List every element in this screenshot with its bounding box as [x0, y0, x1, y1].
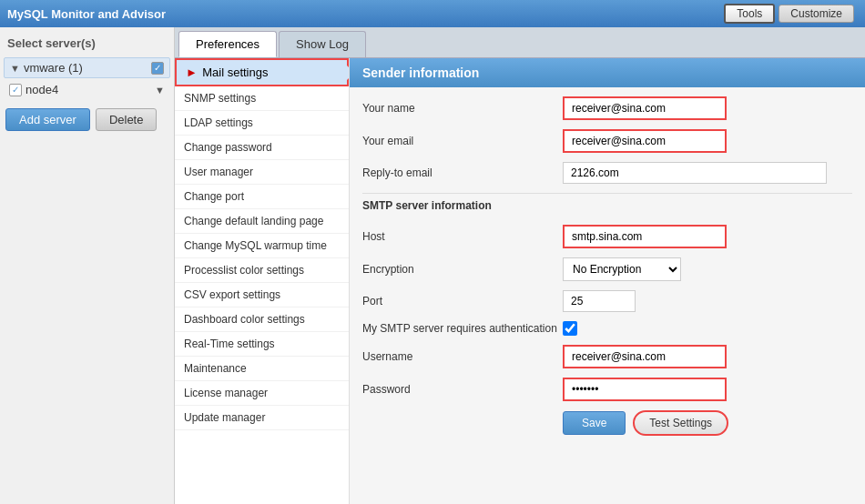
menu-item-license[interactable]: License manager	[175, 381, 349, 406]
reply-to-input[interactable]	[563, 162, 827, 184]
your-name-input[interactable]	[563, 96, 727, 120]
menu-panel: ► Mail settings SNMP settings LDAP setti…	[175, 58, 350, 504]
port-row: Port	[362, 290, 852, 312]
your-email-input[interactable]	[563, 129, 727, 153]
your-name-row: Your name	[362, 96, 852, 120]
encryption-row: Encryption No Encryption SSL TLS	[362, 257, 852, 281]
auth-row: My SMTP server requires authentication	[362, 321, 852, 336]
password-label: Password	[362, 383, 563, 396]
main-area: Preferences Show Log ► Mail settings SNM…	[175, 27, 865, 504]
add-server-button[interactable]: Add server	[5, 108, 90, 131]
server-checkbox-vmware[interactable]: ✓	[151, 62, 164, 75]
tab-preferences[interactable]: Preferences	[178, 31, 277, 57]
content-area: ► Mail settings SNMP settings LDAP setti…	[175, 58, 865, 504]
action-buttons-row: Save Test Settings	[362, 410, 852, 436]
menu-item-processlist-color[interactable]: Processlist color settings	[175, 258, 349, 283]
host-label: Host	[362, 230, 563, 243]
menu-item-dashboard-color[interactable]: Dashboard color settings	[175, 307, 349, 332]
sender-form-body: Your name Your email Reply-to email	[350, 87, 865, 454]
smtp-section-label: SMTP server information	[362, 193, 852, 217]
expand-arrow-icon: ▼	[155, 85, 165, 96]
top-bar: MySQL Monitor and Advisor Tools Customiz…	[0, 0, 865, 27]
your-email-row: Your email	[362, 129, 852, 153]
menu-item-mail-settings[interactable]: ► Mail settings	[175, 58, 349, 86]
menu-item-warmup-time[interactable]: Change MySQL warmup time	[175, 234, 349, 258]
collapse-arrow-icon: ▼	[10, 63, 20, 74]
menu-item-snmp[interactable]: SNMP settings	[175, 86, 349, 111]
server-item-vmware[interactable]: ▼ vmware (1) ✓	[4, 57, 170, 78]
reply-to-row: Reply-to email	[362, 162, 852, 184]
menu-item-ldap[interactable]: LDAP settings	[175, 111, 349, 136]
menu-item-realtime[interactable]: Real-Time settings	[175, 332, 349, 357]
host-input[interactable]	[563, 225, 727, 248]
username-label: Username	[362, 350, 563, 363]
form-panel: Sender information Your name Your email	[350, 58, 865, 504]
auth-checkbox[interactable]	[563, 321, 577, 336]
reply-to-label: Reply-to email	[362, 166, 563, 179]
server-item-node4[interactable]: ✓ node4 ▼	[4, 80, 170, 99]
server-checkbox-node4[interactable]: ✓	[9, 84, 22, 96]
test-settings-button[interactable]: Test Settings	[633, 410, 728, 436]
arrow-indicator: ►	[186, 66, 198, 79]
username-row: Username	[362, 345, 852, 368]
auth-label: My SMTP server requires authentication	[362, 322, 563, 335]
password-row: Password	[362, 378, 852, 401]
save-button[interactable]: Save	[563, 411, 626, 435]
port-label: Port	[362, 295, 563, 307]
customize-button[interactable]: Customize	[778, 5, 854, 23]
server-name-node4: node4	[25, 83, 155, 96]
main-layout: Select server(s) ▼ vmware (1) ✓ ✓ node4 …	[0, 27, 865, 504]
server-name-vmware: vmware (1)	[24, 61, 151, 75]
menu-item-update[interactable]: Update manager	[175, 406, 349, 430]
username-input[interactable]	[563, 345, 727, 368]
delete-server-button[interactable]: Delete	[96, 108, 158, 131]
tools-button[interactable]: Tools	[724, 4, 775, 24]
menu-item-maintenance[interactable]: Maintenance	[175, 357, 349, 381]
sidebar: Select server(s) ▼ vmware (1) ✓ ✓ node4 …	[0, 27, 175, 504]
host-row: Host	[362, 225, 852, 248]
menu-item-csv-export[interactable]: CSV export settings	[175, 283, 349, 307]
sidebar-title: Select server(s)	[0, 27, 174, 55]
menu-item-change-password[interactable]: Change password	[175, 136, 349, 160]
your-name-label: Your name	[362, 102, 563, 115]
encryption-label: Encryption	[362, 263, 563, 276]
tab-show-log[interactable]: Show Log	[279, 31, 366, 57]
encryption-select[interactable]: No Encryption SSL TLS	[563, 257, 681, 281]
tabs-bar: Preferences Show Log	[175, 27, 865, 58]
sender-section-header: Sender information	[350, 58, 865, 87]
menu-item-change-port[interactable]: Change port	[175, 185, 349, 209]
menu-item-change-landing[interactable]: Change default landing page	[175, 209, 349, 234]
app-title: MySQL Monitor and Advisor	[7, 7, 724, 21]
password-input[interactable]	[563, 378, 727, 401]
menu-item-user-manager[interactable]: User manager	[175, 160, 349, 185]
server-buttons: Add server Delete	[0, 101, 174, 138]
your-email-label: Your email	[362, 135, 563, 147]
port-input[interactable]	[563, 290, 636, 312]
